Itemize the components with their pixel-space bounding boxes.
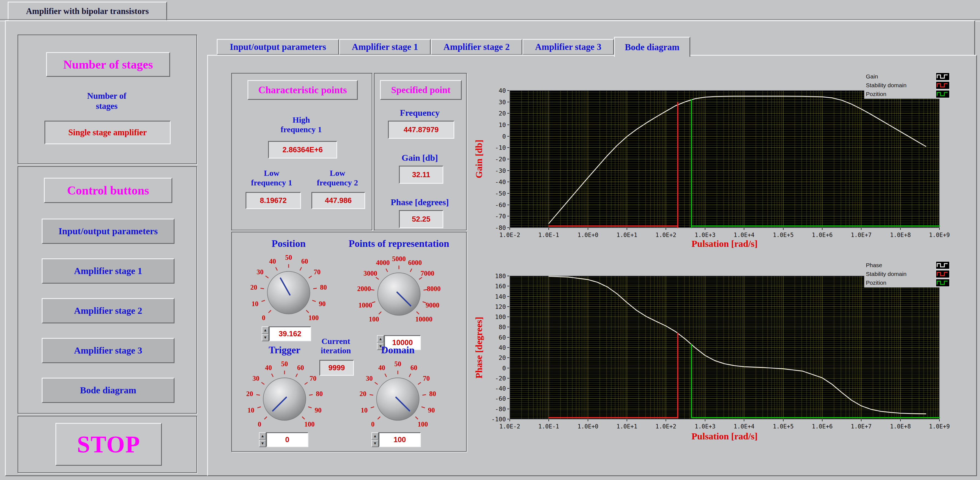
svg-text:-70: -70 (495, 213, 506, 220)
control-title: Control buttons (67, 183, 149, 197)
position-knob[interactable]: 0102030405060708090100 (243, 247, 334, 338)
trigger-spinner[interactable]: ▲ ▼ 0 (259, 432, 309, 447)
phase-axis-label: Phase [degrees] (473, 302, 485, 393)
svg-text:-50: -50 (495, 190, 506, 197)
svg-text:-80: -80 (495, 406, 506, 413)
goto-input-output-button[interactable]: Input/output parameters (42, 219, 175, 244)
points-of-representation-knob[interactable]: 1001000200030004000500060007000800090001… (354, 249, 444, 339)
legend-row: Stability domain (866, 270, 950, 278)
legend-plot-icon[interactable] (935, 261, 950, 269)
phase-plot: 1.0E-21.0E-11.0E+01.0E+11.0E+21.0E+31.0E… (469, 258, 953, 450)
stages-selector[interactable]: Single stage amplifier (45, 121, 171, 144)
svg-text:7000: 7000 (421, 270, 434, 277)
svg-text:30: 30 (499, 99, 506, 106)
svg-text:80: 80 (316, 390, 323, 397)
legend-row: Pozition (866, 90, 950, 98)
goto-amplifier-stage-3-button[interactable]: Amplifier stage 3 (42, 338, 175, 363)
increment-button[interactable]: ▲ (262, 326, 269, 334)
phase-plot-legend: Phase Stability domain Pozition (864, 261, 951, 288)
decrement-button[interactable]: ▼ (371, 440, 379, 447)
tab-input-output-parameters[interactable]: Input/output parameters (217, 39, 339, 55)
stages-label: Number of stages (18, 90, 195, 112)
legend-plot-icon[interactable] (935, 270, 950, 278)
gain-plot-canvas[interactable]: 1.0E-21.0E-11.0E+01.0E+11.0E+21.0E+31.0E… (469, 71, 953, 261)
position-spinner[interactable]: ▲ ▼ 39.162 (262, 326, 311, 341)
labview-front-panel: Amplifier with bipolar transistors Numbe… (0, 0, 980, 480)
tab-amplifier-stage-1[interactable]: Amplifier stage 1 (339, 39, 431, 55)
goto-bode-diagram-button[interactable]: Bode diagram (42, 378, 175, 403)
characteristic-title: Characteristic points (258, 84, 347, 96)
svg-text:4000: 4000 (376, 259, 390, 266)
stages-title-box: Number of stages (46, 52, 170, 77)
button-label: Amplifier stage 3 (74, 345, 142, 356)
svg-text:70: 70 (310, 375, 317, 382)
decrement-button[interactable]: ▼ (262, 334, 269, 341)
svg-text:3000: 3000 (364, 270, 377, 277)
legend-label: Phase (866, 262, 882, 269)
legend-row: Stability domain (866, 81, 950, 89)
svg-text:1.0E+4: 1.0E+4 (733, 232, 754, 238)
goto-amplifier-stage-2-button[interactable]: Amplifier stage 2 (42, 298, 175, 323)
legend-plot-icon[interactable] (935, 279, 950, 287)
tab-bode-diagram[interactable]: Bode diagram (614, 37, 690, 57)
svg-text:-60: -60 (495, 395, 506, 402)
low-frequency-1-label: Low frequency 1 (237, 167, 306, 188)
legend-label: Gain (866, 73, 878, 80)
increment-button[interactable]: ▲ (371, 432, 379, 440)
svg-text:1.0E+8: 1.0E+8 (890, 423, 911, 430)
decrement-button[interactable]: ▼ (259, 440, 266, 447)
stages-title: Number of stages (64, 57, 153, 72)
tab-amplifier-stage-3[interactable]: Amplifier stage 3 (522, 39, 614, 55)
svg-text:-80: -80 (495, 224, 506, 231)
svg-text:40: 40 (499, 87, 506, 94)
svg-text:1.0E+0: 1.0E+0 (578, 232, 598, 238)
svg-text:-40: -40 (495, 385, 506, 392)
stages-panel: Number of stages Number of stages Single… (18, 35, 197, 164)
svg-text:20: 20 (360, 390, 366, 397)
position-value[interactable]: 39.162 (269, 326, 311, 341)
goto-amplifier-stage-1-button[interactable]: Amplifier stage 1 (42, 258, 175, 284)
svg-text:30: 30 (252, 375, 259, 382)
control-buttons-panel: Control buttons Input/output parameters … (18, 166, 197, 413)
svg-text:20: 20 (499, 110, 506, 117)
svg-text:30: 30 (366, 375, 372, 382)
domain-knob[interactable]: 0102030405060708090100 (353, 354, 443, 444)
svg-text:5000: 5000 (392, 255, 406, 262)
domain-value[interactable]: 100 (379, 432, 421, 447)
svg-text:0: 0 (262, 314, 266, 321)
svg-text:60: 60 (410, 364, 417, 371)
gain-plot: 1.0E-21.0E-11.0E+01.0E+11.0E+21.0E+31.0E… (469, 71, 953, 261)
stop-button[interactable]: STOP (56, 423, 162, 466)
increment-button[interactable]: ▲ (259, 432, 266, 440)
svg-text:60: 60 (301, 257, 308, 265)
trigger-knob[interactable]: 0102030405060708090100 (239, 354, 330, 444)
svg-text:1.0E-2: 1.0E-2 (500, 423, 520, 430)
high-frequency-label: High frequency 1 (232, 114, 371, 135)
svg-text:-20: -20 (495, 156, 506, 163)
svg-text:1.0E-1: 1.0E-1 (538, 423, 559, 430)
low-frequency-2-value: 447.986 (312, 192, 365, 209)
legend-plot-icon[interactable] (935, 81, 950, 89)
svg-text:120: 120 (495, 304, 506, 310)
tab-label: Amplifier stage 2 (443, 42, 509, 52)
svg-text:100: 100 (309, 314, 319, 321)
domain-spinner[interactable]: ▲ ▼ 100 (371, 432, 421, 447)
svg-text:10: 10 (499, 121, 506, 128)
svg-text:1.0E+7: 1.0E+7 (851, 423, 872, 430)
svg-text:40: 40 (265, 364, 272, 371)
svg-text:1.0E+7: 1.0E+7 (851, 232, 872, 238)
increment-button[interactable]: ▲ (377, 335, 384, 343)
svg-text:2000: 2000 (357, 285, 371, 292)
tab-amplifier-stage-2[interactable]: Amplifier stage 2 (431, 39, 522, 55)
legend-plot-icon[interactable] (935, 72, 950, 81)
legend-plot-icon[interactable] (935, 90, 950, 98)
trigger-value[interactable]: 0 (266, 432, 309, 447)
specified-point-panel: Specified point Frequency 447.87979 Gain… (374, 73, 467, 230)
svg-text:0: 0 (502, 133, 506, 140)
stop-label: STOP (77, 431, 140, 458)
svg-text:40: 40 (378, 364, 385, 371)
window-title-tab[interactable]: Amplifier with bipolar transistors (8, 2, 167, 21)
svg-text:70: 70 (314, 268, 321, 276)
svg-text:1.0E+4: 1.0E+4 (733, 423, 754, 430)
svg-text:10: 10 (247, 407, 255, 414)
